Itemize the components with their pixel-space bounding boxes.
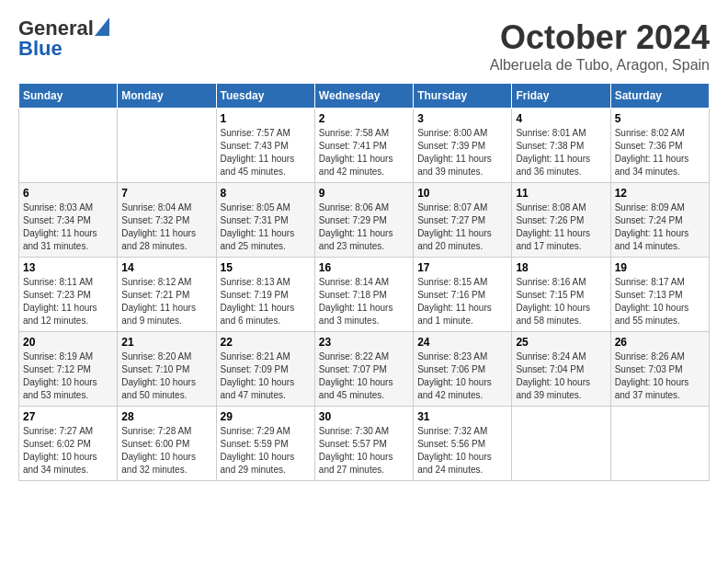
day-info: Sunrise: 8:02 AMSunset: 7:36 PMDaylight:… — [615, 127, 705, 178]
day-number: 28 — [121, 410, 211, 423]
day-number: 19 — [615, 261, 705, 274]
month-title: October 2024 — [490, 18, 710, 57]
day-info: Sunrise: 8:20 AMSunset: 7:10 PMDaylight:… — [121, 350, 211, 402]
calendar-day-cell: 30Sunrise: 7:30 AMSunset: 5:57 PMDayligh… — [314, 407, 413, 481]
calendar-day-cell: 15Sunrise: 8:13 AMSunset: 7:19 PMDayligh… — [216, 258, 314, 332]
day-info: Sunrise: 7:32 AMSunset: 5:56 PMDaylight:… — [417, 425, 507, 477]
day-info: Sunrise: 8:12 AMSunset: 7:21 PMDaylight:… — [121, 276, 211, 327]
day-number: 3 — [417, 112, 507, 125]
day-info: Sunrise: 8:22 AMSunset: 7:07 PMDaylight:… — [319, 350, 409, 402]
day-info: Sunrise: 8:26 AMSunset: 7:03 PMDaylight:… — [615, 350, 705, 402]
day-number: 9 — [319, 187, 409, 200]
calendar-table: SundayMondayTuesdayWednesdayThursdayFrid… — [18, 83, 710, 481]
logo-icon — [95, 17, 109, 36]
day-number: 30 — [319, 410, 409, 423]
calendar-header-row: SundayMondayTuesdayWednesdayThursdayFrid… — [19, 84, 710, 109]
calendar-day-cell: 17Sunrise: 8:15 AMSunset: 7:16 PMDayligh… — [414, 258, 512, 332]
day-info: Sunrise: 8:16 AMSunset: 7:15 PMDaylight:… — [516, 276, 606, 327]
day-number: 24 — [417, 336, 507, 349]
calendar-week-row: 6Sunrise: 8:03 AMSunset: 7:34 PMDaylight… — [19, 183, 710, 258]
day-number: 31 — [417, 410, 507, 423]
day-info: Sunrise: 8:06 AMSunset: 7:29 PMDaylight:… — [319, 201, 409, 253]
day-of-week-header: Monday — [118, 84, 216, 109]
day-number: 20 — [23, 336, 113, 349]
day-number: 29 — [221, 410, 311, 423]
day-info: Sunrise: 8:11 AMSunset: 7:23 PMDaylight:… — [23, 276, 113, 327]
day-number: 18 — [516, 261, 606, 274]
calendar-day-cell: 1Sunrise: 7:57 AMSunset: 7:43 PMDaylight… — [216, 109, 314, 183]
day-number: 22 — [221, 336, 311, 349]
calendar-day-cell — [512, 407, 610, 481]
day-number: 4 — [516, 112, 606, 125]
day-of-week-header: Wednesday — [314, 84, 413, 109]
location-subtitle: Alberuela de Tubo, Aragon, Spain — [490, 57, 710, 74]
day-info: Sunrise: 7:57 AMSunset: 7:43 PMDaylight:… — [221, 127, 311, 178]
day-info: Sunrise: 8:09 AMSunset: 7:24 PMDaylight:… — [615, 201, 705, 253]
day-info: Sunrise: 7:58 AMSunset: 7:41 PMDaylight:… — [319, 127, 409, 178]
day-info: Sunrise: 8:24 AMSunset: 7:04 PMDaylight:… — [516, 350, 606, 402]
day-info: Sunrise: 8:21 AMSunset: 7:09 PMDaylight:… — [221, 350, 311, 402]
calendar-day-cell: 5Sunrise: 8:02 AMSunset: 7:36 PMDaylight… — [610, 109, 709, 183]
calendar-day-cell: 26Sunrise: 8:26 AMSunset: 7:03 PMDayligh… — [610, 332, 709, 407]
calendar-week-row: 20Sunrise: 8:19 AMSunset: 7:12 PMDayligh… — [19, 332, 710, 407]
logo-general: General — [18, 18, 94, 39]
day-info: Sunrise: 7:30 AMSunset: 5:57 PMDaylight:… — [319, 425, 409, 477]
day-of-week-header: Tuesday — [216, 84, 314, 109]
calendar-day-cell: 23Sunrise: 8:22 AMSunset: 7:07 PMDayligh… — [314, 332, 413, 407]
calendar-day-cell: 28Sunrise: 7:28 AMSunset: 6:00 PMDayligh… — [118, 407, 216, 481]
calendar-day-cell — [19, 109, 118, 183]
day-number: 1 — [221, 112, 311, 125]
calendar-day-cell: 21Sunrise: 8:20 AMSunset: 7:10 PMDayligh… — [118, 332, 216, 407]
day-of-week-header: Saturday — [610, 84, 709, 109]
calendar-day-cell: 18Sunrise: 8:16 AMSunset: 7:15 PMDayligh… — [512, 258, 610, 332]
calendar-day-cell: 27Sunrise: 7:27 AMSunset: 6:02 PMDayligh… — [19, 407, 118, 481]
day-info: Sunrise: 8:23 AMSunset: 7:06 PMDaylight:… — [417, 350, 507, 402]
calendar-day-cell: 12Sunrise: 8:09 AMSunset: 7:24 PMDayligh… — [610, 183, 709, 258]
day-number: 25 — [516, 336, 606, 349]
day-info: Sunrise: 8:13 AMSunset: 7:19 PMDaylight:… — [221, 276, 311, 327]
day-info: Sunrise: 8:19 AMSunset: 7:12 PMDaylight:… — [23, 350, 113, 402]
day-info: Sunrise: 8:05 AMSunset: 7:31 PMDaylight:… — [221, 201, 311, 253]
calendar-day-cell: 6Sunrise: 8:03 AMSunset: 7:34 PMDaylight… — [19, 183, 118, 258]
day-number: 12 — [615, 187, 705, 200]
calendar-day-cell: 11Sunrise: 8:08 AMSunset: 7:26 PMDayligh… — [512, 183, 610, 258]
day-info: Sunrise: 8:08 AMSunset: 7:26 PMDaylight:… — [516, 201, 606, 253]
day-info: Sunrise: 7:29 AMSunset: 5:59 PMDaylight:… — [221, 425, 311, 477]
day-info: Sunrise: 8:03 AMSunset: 7:34 PMDaylight:… — [23, 201, 113, 253]
day-number: 2 — [319, 112, 409, 125]
logo: General Blue — [18, 18, 109, 59]
day-of-week-header: Friday — [512, 84, 610, 109]
day-number: 23 — [319, 336, 409, 349]
calendar-day-cell — [610, 407, 709, 481]
day-info: Sunrise: 8:15 AMSunset: 7:16 PMDaylight:… — [417, 276, 507, 327]
day-info: Sunrise: 8:04 AMSunset: 7:32 PMDaylight:… — [121, 201, 211, 253]
day-of-week-header: Thursday — [414, 84, 512, 109]
calendar-day-cell: 25Sunrise: 8:24 AMSunset: 7:04 PMDayligh… — [512, 332, 610, 407]
day-number: 11 — [516, 187, 606, 200]
day-number: 26 — [615, 336, 705, 349]
calendar-day-cell: 2Sunrise: 7:58 AMSunset: 7:41 PMDaylight… — [314, 109, 413, 183]
calendar-day-cell — [118, 109, 216, 183]
day-number: 15 — [221, 261, 311, 274]
day-number: 6 — [23, 187, 113, 200]
day-of-week-header: Sunday — [19, 84, 118, 109]
day-info: Sunrise: 8:17 AMSunset: 7:13 PMDaylight:… — [615, 276, 705, 327]
calendar-day-cell: 22Sunrise: 8:21 AMSunset: 7:09 PMDayligh… — [216, 332, 314, 407]
day-number: 17 — [417, 261, 507, 274]
day-info: Sunrise: 8:14 AMSunset: 7:18 PMDaylight:… — [319, 276, 409, 327]
calendar-week-row: 13Sunrise: 8:11 AMSunset: 7:23 PMDayligh… — [19, 258, 710, 332]
calendar-day-cell: 13Sunrise: 8:11 AMSunset: 7:23 PMDayligh… — [19, 258, 118, 332]
calendar-day-cell: 9Sunrise: 8:06 AMSunset: 7:29 PMDaylight… — [314, 183, 413, 258]
day-info: Sunrise: 8:07 AMSunset: 7:27 PMDaylight:… — [417, 201, 507, 253]
day-info: Sunrise: 8:01 AMSunset: 7:38 PMDaylight:… — [516, 127, 606, 178]
calendar-day-cell: 10Sunrise: 8:07 AMSunset: 7:27 PMDayligh… — [414, 183, 512, 258]
calendar-day-cell: 3Sunrise: 8:00 AMSunset: 7:39 PMDaylight… — [414, 109, 512, 183]
day-info: Sunrise: 7:27 AMSunset: 6:02 PMDaylight:… — [23, 425, 113, 477]
calendar-day-cell: 14Sunrise: 8:12 AMSunset: 7:21 PMDayligh… — [118, 258, 216, 332]
calendar-day-cell: 29Sunrise: 7:29 AMSunset: 5:59 PMDayligh… — [216, 407, 314, 481]
day-number: 10 — [417, 187, 507, 200]
day-info: Sunrise: 8:00 AMSunset: 7:39 PMDaylight:… — [417, 127, 507, 178]
day-number: 5 — [615, 112, 705, 125]
day-number: 14 — [121, 261, 211, 274]
day-number: 16 — [319, 261, 409, 274]
